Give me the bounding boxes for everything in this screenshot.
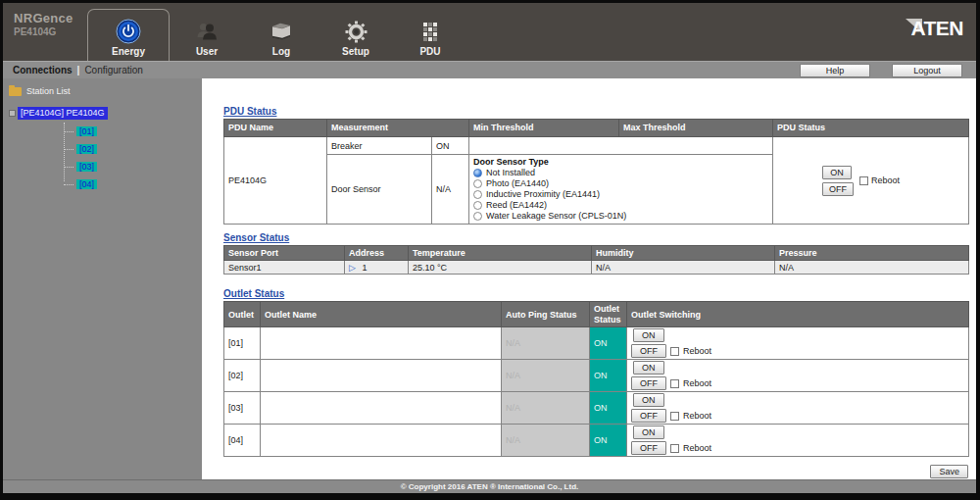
radio-option-inductive-proximity[interactable]: Inductive Proximity (EA1441) — [473, 189, 768, 199]
outlet-01-on-button[interactable]: ON — [633, 328, 664, 342]
col-outlet-name: Outlet Name — [261, 302, 502, 327]
tree-outlet-04[interactable]: [04] — [64, 178, 202, 190]
radio-selected-icon[interactable] — [473, 169, 482, 177]
outlet-switching-cell: ON OFF Reboot — [627, 392, 969, 425]
outlet-04-on-button[interactable]: ON — [633, 425, 664, 439]
outlet-row-01: [01] N/A ON ON OFF Reboot — [224, 327, 969, 360]
outlet-row-03: [03] N/A ON ON OFF Reboot — [224, 392, 969, 425]
users-icon — [195, 19, 219, 44]
outlet-row-04: [04] N/A ON ON OFF Reboot — [224, 425, 969, 457]
tree-outlet-02[interactable]: [02] — [64, 143, 202, 155]
tree-root-node[interactable]: [PE4104G] PE4104G — [18, 107, 108, 120]
radio-icon[interactable] — [473, 190, 482, 199]
door-sensor-value: N/A — [432, 155, 469, 225]
menu-connections[interactable]: Connections — [13, 65, 73, 75]
outlet-switching-cell: ON OFF Reboot — [627, 327, 969, 360]
door-sensor-type-cell: Door Sensor Type Not Installed Photo (EA… — [469, 155, 773, 225]
tab-setup[interactable]: Setup — [318, 9, 393, 61]
sidebar: Station List [PE4104G] PE4104G [01] [02]… — [3, 78, 202, 479]
auto-ping-status: N/A — [502, 392, 590, 425]
col-outlet: Outlet — [224, 302, 261, 327]
radio-icon[interactable] — [473, 201, 482, 210]
radio-option-photo[interactable]: Photo (EA1440) — [473, 178, 768, 188]
outlet-status-badge: ON — [590, 392, 627, 425]
col-temperature: Temperature — [409, 246, 592, 261]
tab-setup-label: Setup — [342, 46, 369, 57]
reboot-label: Reboot — [683, 411, 711, 421]
col-outlet-switching: Outlet Switching — [627, 302, 969, 327]
breaker-threshold-cell — [469, 137, 773, 155]
folder-icon — [9, 87, 22, 96]
radio-icon[interactable] — [473, 212, 482, 221]
outlet-02-on-button[interactable]: ON — [633, 361, 664, 375]
outlet-03-reboot-checkbox[interactable] — [670, 412, 679, 421]
outlet-01-off-button[interactable]: OFF — [631, 344, 666, 358]
outlet-04-reboot-checkbox[interactable] — [670, 444, 679, 453]
outlet-name — [261, 392, 502, 425]
radio-option-not-installed[interactable]: Not Installed — [473, 168, 768, 177]
auto-ping-status: N/A — [502, 360, 590, 392]
tab-user-label: User — [196, 46, 218, 57]
screen: NRGence PE4104G Energy — [0, 0, 980, 500]
tab-log[interactable]: Log — [244, 9, 318, 61]
help-button[interactable]: Help — [800, 64, 870, 77]
col-min-threshold: Min Threshold — [469, 120, 619, 137]
outlet-status-badge: ON — [590, 425, 627, 457]
outlet-status-table: Outlet Outlet Name Auto Ping Status Outl… — [223, 301, 969, 457]
outlet-02-reboot-checkbox[interactable] — [670, 379, 679, 388]
tab-energy[interactable]: Energy — [87, 9, 170, 61]
menubar: Connections | Configuration Help Logout — [3, 61, 976, 78]
tree-expander-icon[interactable] — [9, 110, 16, 117]
copyright-text: © Copyright 2016 ATEN ® International Co… — [401, 482, 579, 491]
pdu-off-button[interactable]: OFF — [822, 182, 854, 196]
radio-option-water-leakage[interactable]: Water Leakage Sensor (CPLS-01N) — [473, 211, 768, 221]
tab-user[interactable]: User — [170, 9, 244, 61]
col-pdu-status: PDU Status — [773, 120, 969, 137]
outlet-04-off-button[interactable]: OFF — [631, 441, 666, 455]
aten-logo-text: ATEN — [910, 18, 963, 39]
tree-outlet-03[interactable]: [03] — [64, 161, 202, 173]
breaker-label: Breaker — [327, 137, 432, 155]
menu-configuration[interactable]: Configuration — [84, 65, 142, 75]
sensor-status-table: Sensor Port Address Temperature Humidity… — [223, 245, 969, 275]
brand-name: NRGence — [14, 12, 74, 26]
door-sensor-label: Door Sensor — [327, 155, 432, 225]
pdu-reboot-checkbox[interactable] — [859, 176, 868, 185]
station-list-label: Station List — [26, 86, 71, 96]
brand-block: NRGence PE4104G — [14, 12, 74, 37]
col-humidity: Humidity — [592, 246, 775, 261]
reboot-label: Reboot — [683, 443, 711, 453]
pdu-name-cell: PE4104G — [224, 137, 327, 225]
logout-button[interactable]: Logout — [892, 64, 962, 77]
outlet-03-on-button[interactable]: ON — [633, 393, 664, 407]
pdu-on-button[interactable]: ON — [822, 166, 852, 179]
outlet-03-off-button[interactable]: OFF — [631, 409, 666, 423]
save-button[interactable]: Save — [930, 465, 968, 478]
outlet-01-reboot-checkbox[interactable] — [670, 347, 679, 356]
sensor-humidity-cell: N/A — [592, 261, 775, 275]
col-pressure: Pressure — [775, 246, 969, 261]
tree-outlet-01[interactable]: [01] — [64, 125, 202, 137]
tab-pdu[interactable]: PDU — [393, 9, 467, 61]
outlet-id: [01] — [224, 327, 261, 360]
aten-logo: ATEN — [906, 18, 963, 39]
sensor-address-cell: ▷ 1 — [345, 261, 409, 275]
address-expand-icon[interactable]: ▷ — [349, 263, 356, 273]
radio-icon[interactable] — [473, 179, 482, 188]
outlet-02-off-button[interactable]: OFF — [631, 376, 666, 390]
pdu-status-title: PDU Status — [223, 106, 976, 117]
outlet-name — [261, 360, 502, 392]
station-list-header: Station List — [9, 85, 202, 96]
col-auto-ping-status: Auto Ping Status — [502, 302, 590, 327]
col-outlet-status: Outlet Status — [590, 302, 627, 327]
sensor-row: Sensor1 ▷ 1 25.10 °C N/A N/A — [224, 261, 969, 275]
outlet-id: [04] — [224, 425, 261, 457]
pdu-reboot-label: Reboot — [871, 175, 900, 185]
pdu-status-section: PDU Status PDU Name Measurement Min Thre… — [223, 106, 976, 225]
col-max-threshold: Max Threshold — [619, 120, 773, 137]
outlet-status-badge: ON — [590, 327, 627, 360]
outlet-switching-cell: ON OFF Reboot — [627, 360, 969, 392]
radio-option-reed[interactable]: Reed (EA1442) — [473, 200, 768, 210]
setup-gear-icon — [345, 19, 368, 44]
col-pdu-name: PDU Name — [224, 120, 327, 137]
